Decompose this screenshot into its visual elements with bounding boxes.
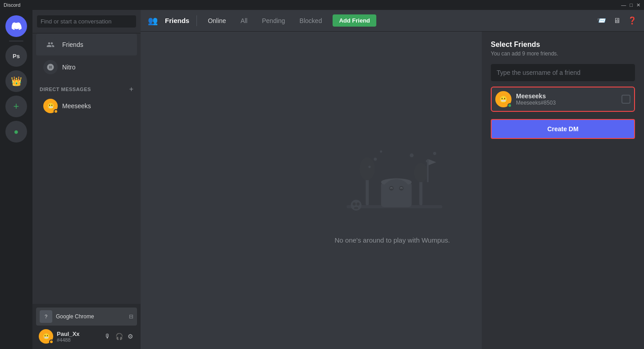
svg-point-12 — [410, 153, 414, 157]
svg-point-20 — [356, 202, 360, 206]
page-title: Friends — [165, 17, 189, 24]
online-status-dot — [507, 103, 512, 108]
top-nav-right: 📨 🖥 ❓ — [597, 16, 637, 25]
svg-marker-17 — [428, 159, 436, 165]
svg-point-7 — [359, 157, 375, 180]
status-dot — [54, 109, 58, 114]
activity-label: Google Chrome — [56, 313, 125, 320]
profile-controls: 🎙 🎧 ⚙ — [104, 332, 134, 341]
user-profile-bar: 😬 Paul_Xx #4488 🎙 🎧 ⚙ — [36, 327, 137, 345]
inbox-icon[interactable]: 🖥 — [613, 17, 621, 25]
friend-result-names: Meeseeks Meeseeks#8503 — [516, 92, 621, 106]
friends-area: No one's around to play with Wumpus. Sel… — [141, 32, 644, 349]
deafen-button[interactable]: 🎧 — [114, 332, 124, 341]
svg-rect-21 — [354, 207, 358, 209]
close-button[interactable]: ✕ — [636, 2, 640, 8]
server-divider — [9, 41, 23, 41]
server-sidebar: Ps 👑 + ● — [0, 10, 32, 349]
discord-home-button[interactable] — [5, 15, 27, 37]
profile-status-dot — [49, 340, 54, 344]
dm-section-label: DIRECT MESSAGES — [40, 87, 91, 92]
wumpus-illustration — [316, 137, 469, 227]
nitro-label: Nitro — [62, 64, 76, 71]
select-friends-subtitle: You can add 9 more friends. — [491, 51, 635, 57]
add-friend-button[interactable]: Add Friend — [333, 14, 376, 27]
maximize-button[interactable]: □ — [630, 2, 633, 8]
friend-result-avatar: 😬 — [495, 91, 512, 107]
activity-close-icon[interactable]: ⊟ — [129, 313, 133, 320]
select-friends-title: Select Friends — [491, 41, 635, 49]
svg-point-5 — [399, 186, 403, 190]
new-dm-icon[interactable]: 📨 — [597, 16, 606, 25]
svg-rect-16 — [427, 159, 428, 182]
dm-section-header: DIRECT MESSAGES + — [32, 78, 141, 95]
select-friends-panel: Select Friends You can add 9 more friend… — [482, 32, 644, 349]
settings-button[interactable]: ⚙ — [127, 332, 134, 341]
friend-select-checkbox[interactable] — [621, 95, 630, 104]
add-server-button[interactable]: + — [5, 96, 27, 117]
mute-button[interactable]: 🎙 — [104, 332, 112, 341]
friends-icon — [43, 37, 58, 52]
sidebar-item-nitro[interactable]: Nitro — [36, 56, 137, 78]
title-bar-title: Discord — [4, 2, 20, 8]
main-content: 👥 Friends Online All Pending Blocked Add… — [141, 10, 644, 349]
server-ps[interactable]: Ps — [5, 45, 27, 67]
user-activity[interactable]: ? Google Chrome ⊟ — [36, 308, 137, 326]
search-input[interactable] — [37, 15, 136, 28]
profile-tag: #4488 — [57, 337, 100, 343]
user-bottom-bar: ? Google Chrome ⊟ 😬 Paul_Xx #4488 🎙 🎧 ⚙ — [32, 304, 141, 349]
svg-point-19 — [352, 202, 356, 206]
title-bar: Discord — □ ✕ — [0, 0, 644, 10]
nitro-icon — [43, 60, 58, 74]
friends-label: Friends — [62, 41, 83, 48]
svg-point-15 — [368, 165, 370, 168]
svg-point-9 — [414, 163, 428, 182]
svg-point-3 — [383, 179, 410, 201]
server-green[interactable]: ● — [5, 121, 27, 142]
help-icon[interactable]: ❓ — [628, 16, 637, 25]
tab-blocked[interactable]: Blocked — [296, 15, 326, 26]
svg-point-10 — [374, 157, 377, 161]
minimize-button[interactable]: — — [621, 2, 626, 8]
friend-display-name: Meeseeks — [516, 92, 621, 100]
tab-pending[interactable]: Pending — [258, 15, 288, 26]
create-dm-button[interactable]: Create DM — [491, 119, 635, 139]
dm-sidebar: Friends Nitro DIRECT MESSAGES + 😬 Meesee… — [32, 10, 141, 349]
server-crown[interactable]: 👑 — [5, 70, 27, 92]
app-layout: Ps 👑 + ● Friends — [0, 10, 644, 349]
svg-point-14 — [433, 152, 436, 155]
profile-name: Paul_Xx — [57, 331, 100, 337]
friend-result-item[interactable]: 😬 Meeseeks Meeseeks#8503 — [491, 87, 635, 112]
friends-nav-icon: 👥 — [148, 16, 158, 26]
svg-point-11 — [379, 150, 382, 152]
avatar: 😬 — [39, 329, 53, 344]
top-nav: 👥 Friends Online All Pending Blocked Add… — [141, 10, 644, 32]
title-bar-controls: — □ ✕ — [621, 2, 640, 8]
dm-search-bar — [32, 10, 141, 33]
dm-add-button[interactable]: + — [129, 86, 133, 93]
dm-user-name: Meeseeks — [62, 102, 91, 110]
nav-divider — [196, 15, 197, 26]
dm-user-meeseeks[interactable]: 😬 Meeseeks — [36, 95, 137, 117]
friend-search-input[interactable] — [491, 64, 635, 81]
wumpus-container: No one's around to play with Wumpus. — [316, 137, 469, 244]
friend-username: Meeseeks#8503 — [516, 100, 621, 106]
activity-icon: ? — [40, 310, 52, 323]
tab-all[interactable]: All — [237, 15, 251, 26]
wumpus-text: No one's around to play with Wumpus. — [334, 236, 450, 244]
avatar: 😬 — [43, 99, 58, 113]
sidebar-item-friends[interactable]: Friends — [36, 34, 137, 55]
tab-online[interactable]: Online — [204, 15, 229, 26]
profile-info: Paul_Xx #4488 — [57, 331, 100, 343]
svg-point-4 — [389, 186, 393, 190]
